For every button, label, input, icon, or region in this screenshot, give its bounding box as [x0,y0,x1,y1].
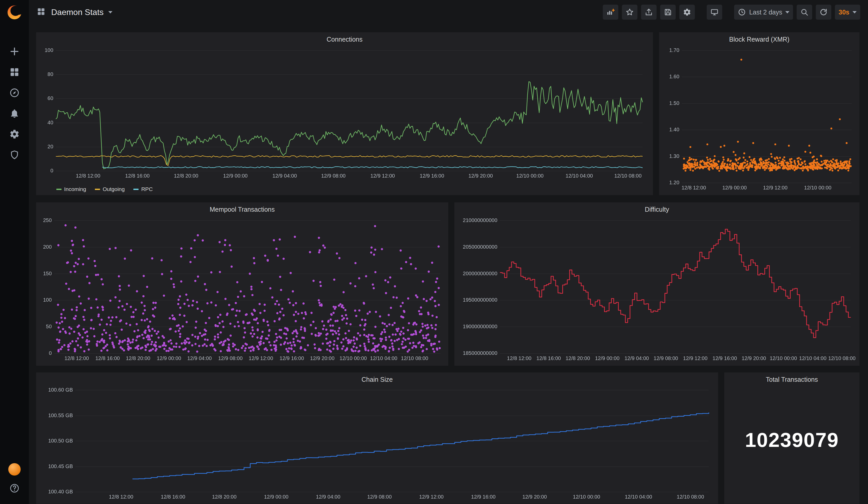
dashboard-title[interactable]: Daemon Stats [51,8,104,17]
grafana-logo[interactable] [6,4,23,21]
legend-item-rpc[interactable]: RPC [133,186,153,192]
time-range-caret-icon [785,11,789,13]
panel-title-difficulty[interactable]: Difficulty [454,202,859,216]
refresh-interval-label: 30s [838,9,849,16]
save-button[interactable] [660,5,676,20]
difficulty-chart[interactable] [454,216,859,366]
legend-item-incoming[interactable]: Incoming [56,186,86,192]
panel-chain-size: Chain Size [36,372,718,504]
alerting-bell-icon[interactable] [9,107,20,120]
legend-swatch-icon [95,189,100,190]
dashboard-apps-icon[interactable] [37,7,46,17]
panel-block-reward: Block Reward (XMR) [659,32,860,195]
panel-title-total-transactions[interactable]: Total Transactions [724,372,859,387]
refresh-interval-caret-icon [852,11,857,13]
connections-chart[interactable] [36,46,653,183]
panel-title-chain-size[interactable]: Chain Size [36,372,718,387]
legend-label: Incoming [64,186,86,192]
sidebar [0,0,29,504]
refresh-button[interactable] [816,5,831,20]
time-range-picker[interactable]: Last 2 days [734,5,793,20]
zoom-out-button[interactable] [797,5,812,20]
star-button[interactable] [622,5,638,20]
dashboard-settings-button[interactable] [679,5,695,20]
configuration-gear-icon[interactable] [9,128,20,140]
legend-label: RPC [141,186,153,192]
user-avatar[interactable] [8,463,21,475]
admin-shield-icon[interactable] [9,149,20,161]
refresh-interval-picker[interactable]: 30s [835,5,860,20]
panel-title-block-reward[interactable]: Block Reward (XMR) [659,32,859,46]
title-caret-icon[interactable] [108,11,112,13]
legend-label: Outgoing [103,186,125,192]
block-reward-chart[interactable] [659,46,859,195]
chain-size-chart[interactable] [36,387,718,504]
panel-mempool: Mempool Transactions [36,202,448,366]
help-icon[interactable] [9,482,20,494]
legend-item-outgoing[interactable]: Outgoing [95,186,125,192]
time-range-label: Last 2 days [749,9,782,16]
mempool-chart[interactable] [36,216,448,366]
legend-swatch-icon [133,189,138,190]
panel-title-mempool[interactable]: Mempool Transactions [36,202,448,216]
explore-compass-icon[interactable] [9,87,20,99]
panel-connections: Connections IncomingOutgoingRPC [36,32,653,195]
add-panel-button[interactable] [603,5,618,20]
total-transactions-value: 10239079 [745,428,839,452]
share-button[interactable] [641,5,657,20]
top-navbar: Daemon Stats Last 2 days [29,0,868,24]
connections-legend: IncomingOutgoingRPC [36,183,653,195]
cycle-view-monitor-button[interactable] [707,5,722,20]
legend-swatch-icon [56,189,62,190]
dashboards-grid-icon[interactable] [9,66,20,78]
panel-total-transactions: Total Transactions 10239079 [724,372,860,504]
create-plus-icon[interactable] [9,45,20,58]
panel-title-connections[interactable]: Connections [36,32,653,46]
panel-difficulty: Difficulty [454,202,860,366]
